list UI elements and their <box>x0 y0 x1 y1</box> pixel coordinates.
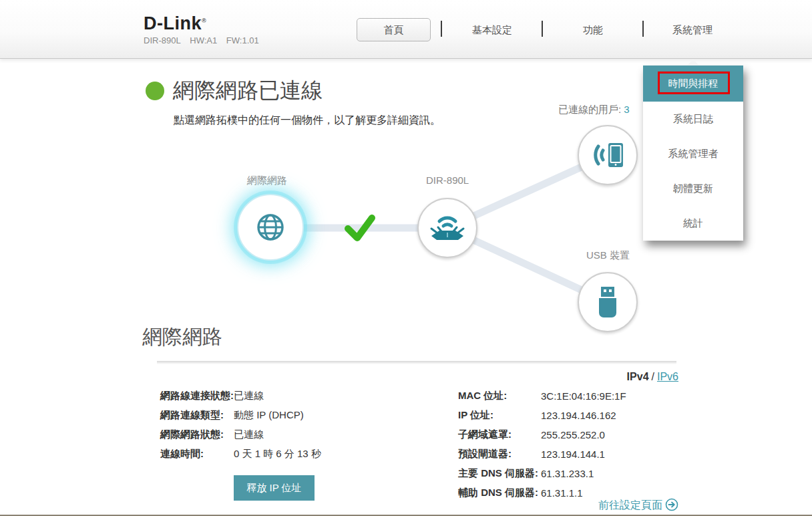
clients-count: 3 <box>624 104 629 115</box>
menu-item-label: 時間與排程 <box>668 78 719 89</box>
device-hw-version: HW:A1 <box>190 35 217 45</box>
section-divider <box>157 361 676 364</box>
connection-status-dot <box>146 82 164 100</box>
detail-row-cable-status: 網路線連接狀態: 已連線 <box>160 386 361 406</box>
menu-item-admin[interactable]: 系統管理者 <box>643 136 743 171</box>
logo-text: D-Link <box>144 13 202 33</box>
release-ip-button[interactable]: 釋放 IP 位址 <box>234 475 315 501</box>
detail-row-internet-status: 網際網路狀態: 已連線 <box>160 425 361 444</box>
usb-node-label: USB 裝置 <box>586 249 630 262</box>
check-icon <box>348 218 372 238</box>
internet-node-label: 網際網路 <box>247 174 287 187</box>
ip-version-separator: / <box>652 371 654 382</box>
detail-row-subnet: 子網域遮罩: 255.255.252.0 <box>458 425 685 444</box>
usb-drive-icon <box>598 285 618 319</box>
dlink-logo: D-Link® <box>144 13 266 34</box>
clients-node[interactable] <box>578 125 638 185</box>
section-title-internet: 網際網路 <box>142 324 222 351</box>
settings-link-label: 前往設定頁面 <box>598 499 662 511</box>
connected-clients-label: 已連線的用戶: 3 <box>558 104 630 116</box>
detail-label: 主要 DNS 伺服器: <box>458 467 541 480</box>
detail-row-connection-type: 網路連線類型: 動態 IP (DHCP) <box>160 406 361 425</box>
tab-management[interactable]: 系統管理 <box>642 24 743 37</box>
detail-row-gateway: 預設閘道器: 123.194.144.1 <box>458 444 685 464</box>
detail-label: MAC 位址: <box>458 390 541 402</box>
detail-value: 123.194.146.162 <box>541 410 616 421</box>
detail-label: 網路連線類型: <box>160 409 234 422</box>
router-node-label: DIR-890L <box>426 174 469 186</box>
wireless-client-icon <box>590 140 625 170</box>
detail-value: 61.31.1.1 <box>541 487 583 499</box>
internet-details-left: 網路線連接狀態: 已連線 網路連線類型: 動態 IP (DHCP) 網際網路狀態… <box>160 386 361 464</box>
usb-node[interactable] <box>578 272 638 332</box>
detail-value: 已連線 <box>234 428 264 441</box>
management-dropdown-menu: 時間與排程 系統日誌 系統管理者 韌體更新 統計 <box>643 66 743 241</box>
page-subtitle: 點選網路拓樸中的任何一個物件，以了解更多詳細資訊。 <box>174 114 441 128</box>
detail-label: 預設閘道器: <box>458 448 541 461</box>
detail-label: 子網域遮罩: <box>458 428 541 441</box>
detail-value: 123.194.144.1 <box>541 448 605 460</box>
detail-value: 已連線 <box>234 390 264 402</box>
router-node[interactable] <box>417 198 477 258</box>
menu-item-time-schedule[interactable]: 時間與排程 <box>643 66 743 102</box>
page-title: 網際網路已連線 <box>173 76 323 106</box>
detail-label: 網路線連接狀態: <box>160 390 234 402</box>
dropdown-arrow <box>687 59 699 66</box>
tab-features[interactable]: 功能 <box>543 24 643 37</box>
router-admin-page: D-Link® DIR-890L HW:A1 FW:1.01 首頁 基本設定 功… <box>0 0 812 516</box>
arrow-circle-icon <box>665 498 678 511</box>
clients-label-text: 已連線的用戶: <box>558 104 621 115</box>
ip-version-switch: IPv4/IPv6 <box>467 371 678 383</box>
go-to-settings-link[interactable]: 前往設定頁面 <box>467 498 678 513</box>
detail-row-uptime: 連線時間: 0 天 1 時 6 分 13 秒 <box>160 444 361 464</box>
menu-item-firmware-upgrade[interactable]: 韌體更新 <box>643 171 743 206</box>
header: D-Link® DIR-890L HW:A1 FW:1.01 首頁 基本設定 功… <box>0 0 812 59</box>
menu-item-statistics[interactable]: 統計 <box>643 206 743 241</box>
device-info: DIR-890L HW:A1 FW:1.01 <box>144 35 266 45</box>
registered-mark: ® <box>202 17 206 24</box>
detail-value: 3C:1E:04:16:9E:1F <box>541 390 626 402</box>
detail-value: 0 天 1 時 6 分 13 秒 <box>234 448 321 461</box>
tab-home[interactable]: 首頁 <box>357 18 431 41</box>
router-icon <box>429 211 466 245</box>
device-fw-version: FW:1.01 <box>226 35 259 45</box>
detail-label: 網際網路狀態: <box>160 428 234 441</box>
detail-label: IP 位址: <box>458 409 541 422</box>
detail-value: 61.31.233.1 <box>541 468 594 479</box>
internet-details-right: MAC 位址: 3C:1E:04:16:9E:1F IP 位址: 123.194… <box>458 386 685 503</box>
detail-value: 255.255.252.0 <box>541 429 605 440</box>
detail-value: 動態 IP (DHCP) <box>234 409 304 422</box>
detail-row-mac: MAC 位址: 3C:1E:04:16:9E:1F <box>458 386 685 406</box>
detail-row-primary-dns: 主要 DNS 伺服器: 61.31.233.1 <box>458 464 685 483</box>
internet-node[interactable] <box>237 194 304 261</box>
detail-row-ip: IP 位址: 123.194.146.162 <box>458 406 685 425</box>
detail-label: 連線時間: <box>160 448 234 461</box>
device-model: DIR-890L <box>144 35 181 45</box>
ipv4-label: IPv4 <box>627 371 649 382</box>
globe-icon <box>255 212 286 243</box>
tab-basic-settings[interactable]: 基本設定 <box>442 24 542 37</box>
menu-item-system-log[interactable]: 系統日誌 <box>643 102 743 136</box>
ipv6-link[interactable]: IPv6 <box>657 371 678 382</box>
logo-block: D-Link® DIR-890L HW:A1 FW:1.01 <box>144 13 266 45</box>
